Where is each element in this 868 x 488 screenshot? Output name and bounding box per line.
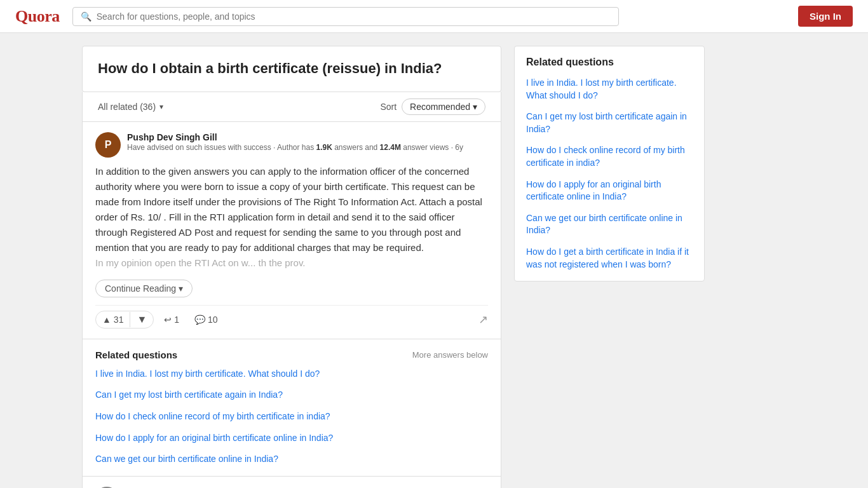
sidebar-title: Related questions [526, 57, 693, 68]
comment-button[interactable]: 💬 10 [189, 312, 223, 327]
share-icon: ↗ [478, 313, 488, 326]
upvote-count: 31 [114, 315, 124, 325]
search-icon: 🔍 [81, 11, 92, 22]
avatar: P [95, 132, 121, 158]
reshare-count: 1 [174, 315, 179, 325]
page-wrap: How do I obtain a birth certificate (rei… [72, 33, 796, 488]
chevron-down-icon: ▾ [159, 102, 163, 111]
sidebar-link-5[interactable]: Can we get our birth certificate online … [526, 212, 693, 237]
reshare-icon: ↩ [164, 315, 172, 325]
search-input[interactable] [97, 11, 611, 22]
signin-button[interactable]: Sign In [798, 6, 853, 27]
sidebar-link-3[interactable]: How do I check online record of my birth… [526, 144, 693, 169]
downvote-icon: ▼ [137, 314, 147, 325]
related-link-1[interactable]: I live in India. I lost my birth certifi… [95, 368, 488, 381]
chevron-down-icon: ▾ [179, 283, 183, 294]
comment-count: 10 [208, 315, 218, 325]
author-bio: Have advised on such issues with success… [127, 142, 488, 153]
recommended-label: Recommended [410, 102, 470, 112]
author-info: Pushp Dev Singh Gill Have advised on suc… [127, 132, 488, 153]
sidebar-card: Related questions I live in India. I los… [514, 46, 705, 281]
reshare-button[interactable]: ↩ 1 [159, 312, 184, 327]
related-box-header: Related questions More answers below [95, 349, 488, 360]
comment-icon: 💬 [194, 315, 205, 325]
answer-body: In addition to the given answers you can… [95, 164, 488, 271]
related-box-title-text: Related questions [95, 349, 177, 360]
related-link-2[interactable]: Can I get my lost birth certificate agai… [95, 389, 488, 402]
upvote-button[interactable]: ▲ 31 [96, 312, 130, 327]
sidebar: Related questions I live in India. I los… [514, 46, 705, 488]
sidebar-link-4[interactable]: How do I apply for an original birth cer… [526, 179, 693, 203]
quora-logo: Quora [15, 7, 60, 26]
related-link-4[interactable]: How do I apply for an original birth cer… [95, 432, 488, 445]
related-link-5[interactable]: Can we get our birth certificate online … [95, 453, 488, 466]
chevron-down-icon: ▾ [473, 102, 477, 112]
answer-card: P Pushp Dev Singh Gill Have advised on s… [82, 122, 501, 339]
answer-faded-text: In my opinion open the RTI Act on w... t… [95, 257, 305, 268]
question-title: How do I obtain a birth certificate (rei… [98, 59, 485, 79]
sort-area: Sort Recommended ▾ [380, 98, 485, 115]
upvote-icon: ▲ [102, 315, 111, 325]
filter-bar: All related (36) ▾ Sort Recommended ▾ [82, 92, 501, 122]
continue-reading-button[interactable]: Continue Reading ▾ [95, 280, 193, 297]
related-questions-inline: Related questions More answers below I l… [82, 339, 501, 477]
share-button[interactable]: ↗ [478, 313, 488, 327]
sidebar-link-1[interactable]: I live in India. I lost my birth certifi… [526, 77, 693, 102]
continue-reading-label: Continue Reading [105, 283, 176, 294]
all-related-label: All related (36) [98, 102, 156, 112]
question-card: How do I obtain a birth certificate (rei… [82, 46, 501, 92]
main-content: How do I obtain a birth certificate (rei… [82, 46, 501, 488]
sidebar-link-6[interactable]: How do I get a birth certificate in Indi… [526, 246, 693, 271]
answer-actions: ▲ 31 ▼ ↩ 1 💬 10 ↗ [95, 305, 488, 329]
author-row: P Pushp Dev Singh Gill Have advised on s… [95, 132, 488, 158]
downvote-button[interactable]: ▼ [130, 311, 153, 328]
upvote-area: ▲ 31 ▼ [95, 311, 154, 329]
author-name: Pushp Dev Singh Gill [127, 132, 488, 142]
sidebar-link-2[interactable]: Can I get my lost birth certificate agai… [526, 111, 693, 135]
all-related-dropdown[interactable]: All related (36) ▾ [98, 102, 163, 112]
related-link-3[interactable]: How do I check online record of my birth… [95, 410, 488, 423]
more-answers-label: More answers below [412, 350, 488, 360]
search-bar: 🔍 [72, 7, 619, 26]
sort-label: Sort [380, 102, 397, 112]
header: Quora 🔍 Sign In [0, 0, 868, 33]
answer-text: In addition to the given answers you can… [95, 166, 482, 253]
second-answer-card: J Jitendra Bhavsar IT Consultant, wander… [82, 477, 501, 488]
sort-button[interactable]: Recommended ▾ [402, 98, 485, 115]
